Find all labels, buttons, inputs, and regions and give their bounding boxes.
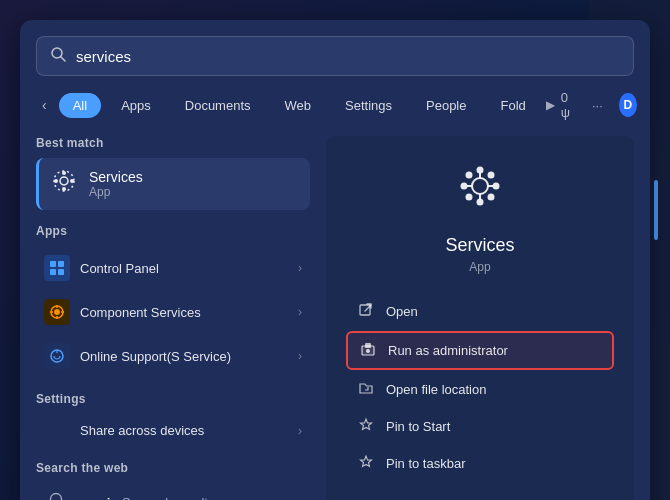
services-big-icon	[454, 160, 506, 223]
pin-start-icon	[356, 417, 376, 436]
pin-taskbar-icon	[356, 454, 376, 473]
svg-point-30	[488, 194, 495, 201]
svg-point-5	[62, 187, 66, 191]
search-icon	[51, 47, 66, 65]
open-action[interactable]: Open	[346, 294, 614, 329]
web-search-arrow: ›	[298, 495, 302, 500]
tab-web[interactable]: Web	[271, 93, 326, 118]
services-big-name: Services	[445, 235, 514, 256]
svg-rect-8	[50, 261, 56, 267]
list-item[interactable]: Share across devices ›	[36, 414, 310, 447]
web-search-rest: - See web results	[110, 495, 214, 501]
search-panel: services ‹ All Apps Documents Web Settin…	[20, 20, 650, 500]
component-services-icon	[44, 299, 70, 325]
svg-point-7	[70, 179, 74, 183]
svg-point-28	[488, 172, 495, 179]
best-match-title: Best match	[36, 136, 310, 150]
best-match-name: Services	[89, 169, 143, 185]
component-services-arrow: ›	[298, 305, 302, 319]
apps-section: Apps Control Panel ›	[36, 224, 310, 378]
control-panel-label: Control Panel	[80, 261, 288, 276]
open-icon	[356, 302, 376, 321]
run-as-admin-action[interactable]: Run as administrator	[346, 331, 614, 370]
best-match-type: App	[89, 185, 143, 199]
tab-scroll-right[interactable]: ▶	[546, 98, 555, 112]
tab-all[interactable]: All	[59, 93, 101, 118]
web-search-text: servi - See web results	[80, 495, 288, 501]
svg-rect-35	[360, 305, 370, 315]
tab-settings[interactable]: Settings	[331, 93, 406, 118]
right-panel: Services App Open	[326, 136, 634, 500]
component-services-label: Component Services	[80, 305, 288, 320]
tab-apps[interactable]: Apps	[107, 93, 165, 118]
svg-rect-38	[365, 343, 371, 348]
svg-point-23	[477, 167, 484, 174]
web-section-title: Search the web	[36, 461, 310, 475]
search-query[interactable]: services	[76, 48, 619, 65]
online-support-icon	[44, 343, 70, 369]
online-support-label: Online Support(S Service)	[80, 349, 288, 364]
settings-section-title: Settings	[36, 392, 310, 406]
control-panel-arrow: ›	[298, 261, 302, 275]
open-label: Open	[386, 304, 418, 319]
web-section: Search the web servi - See web results ›	[36, 461, 310, 500]
open-file-location-action[interactable]: Open file location	[346, 372, 614, 407]
web-search-bold: servi	[80, 495, 110, 501]
services-icon	[51, 168, 77, 200]
best-match-item[interactable]: Services App	[36, 158, 310, 210]
list-item[interactable]: Online Support(S Service) ›	[36, 334, 310, 378]
svg-line-1	[61, 57, 65, 61]
tab-status-icons: 0 ψ ··· D	[561, 90, 637, 120]
tabs-row: ‹ All Apps Documents Web Settings People…	[36, 90, 634, 120]
online-support-arrow: ›	[298, 349, 302, 363]
share-devices-arrow: ›	[298, 424, 302, 438]
control-panel-icon	[44, 255, 70, 281]
list-item[interactable]: Control Panel ›	[36, 246, 310, 290]
web-search-icon	[44, 492, 70, 500]
run-admin-icon	[358, 341, 378, 360]
svg-point-4	[62, 171, 66, 175]
svg-point-27	[466, 172, 473, 179]
file-location-icon	[356, 380, 376, 399]
services-big-type: App	[469, 260, 490, 274]
scroll-indicator	[654, 180, 658, 240]
notification-count: 0 ψ	[561, 90, 576, 120]
action-list: Open Run as administrator	[346, 294, 614, 483]
svg-point-29	[466, 194, 473, 201]
svg-point-6	[54, 179, 58, 183]
apps-section-title: Apps	[36, 224, 310, 238]
tab-back-arrow[interactable]: ‹	[36, 93, 53, 117]
pin-taskbar-label: Pin to taskbar	[386, 456, 466, 471]
tab-fold[interactable]: Fold	[486, 93, 539, 118]
left-panel: Best match Services App	[36, 136, 326, 500]
file-location-label: Open file location	[386, 382, 486, 397]
run-admin-label: Run as administrator	[388, 343, 508, 358]
pin-start-label: Pin to Start	[386, 419, 450, 434]
content-area: Best match Services App	[36, 136, 634, 500]
best-match-text: Services App	[89, 169, 143, 199]
svg-point-26	[493, 183, 500, 190]
svg-point-25	[461, 183, 468, 190]
user-avatar: D	[619, 93, 637, 117]
svg-point-2	[60, 177, 68, 185]
svg-point-24	[477, 199, 484, 206]
list-item[interactable]: servi - See web results ›	[36, 483, 310, 500]
svg-rect-11	[58, 269, 64, 275]
tab-documents[interactable]: Documents	[171, 93, 265, 118]
svg-rect-9	[58, 261, 64, 267]
tab-people[interactable]: People	[412, 93, 480, 118]
svg-point-20	[51, 494, 62, 501]
svg-point-13	[54, 309, 60, 315]
svg-point-39	[366, 349, 370, 353]
svg-point-22	[472, 178, 488, 194]
settings-section: Settings Share across devices ›	[36, 392, 310, 447]
pin-to-start-action[interactable]: Pin to Start	[346, 409, 614, 444]
share-devices-label: Share across devices	[44, 423, 288, 438]
more-options-icon[interactable]: ···	[586, 94, 609, 117]
search-bar[interactable]: services	[36, 36, 634, 76]
pin-to-taskbar-action[interactable]: Pin to taskbar	[346, 446, 614, 481]
list-item[interactable]: Component Services ›	[36, 290, 310, 334]
svg-rect-10	[50, 269, 56, 275]
